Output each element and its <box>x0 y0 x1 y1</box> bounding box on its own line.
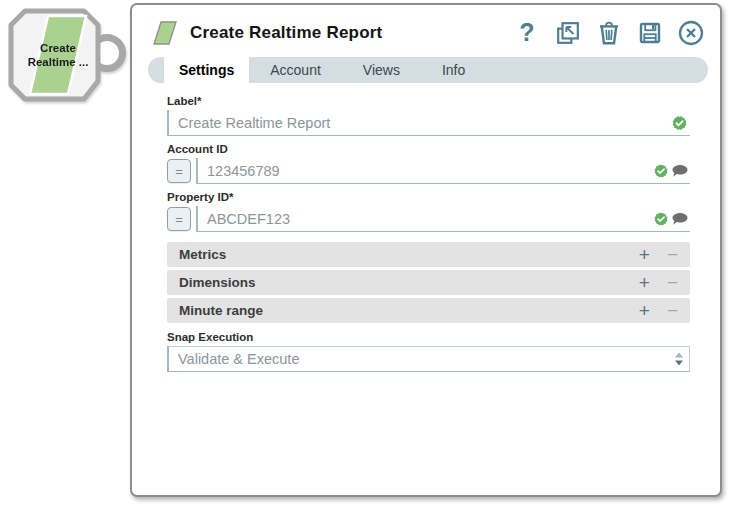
label-field-input[interactable] <box>167 110 690 136</box>
tab-account[interactable]: Account <box>249 57 342 83</box>
delete-icon[interactable] <box>596 20 622 46</box>
label-field-label: Label* <box>167 95 690 107</box>
section-label: Minute range <box>179 303 263 318</box>
snap-execution-value: Validate & Execute <box>178 351 299 367</box>
section-label: Dimensions <box>179 275 256 290</box>
section-dimensions[interactable]: Dimensions + − <box>167 270 690 295</box>
expression-toggle-button[interactable]: = <box>167 159 191 183</box>
help-icon[interactable]: ? <box>514 20 540 46</box>
account-id-field: Account ID = <box>167 143 690 184</box>
section-label: Metrics <box>179 247 226 262</box>
snap-node[interactable]: Create Realtime ... <box>5 7 129 105</box>
property-id-field: Property ID* = <box>167 191 690 232</box>
select-spinner-icon <box>675 353 683 366</box>
tab-info[interactable]: Info <box>421 57 486 83</box>
snap-execution-label: Snap Execution <box>167 331 690 343</box>
settings-form: Label* <box>132 83 720 372</box>
snap-node-label-line2: Realtime ... <box>28 56 89 68</box>
account-id-input[interactable] <box>196 158 690 184</box>
tab-settings[interactable]: Settings <box>164 57 249 83</box>
export-icon[interactable] <box>555 20 581 46</box>
save-icon[interactable] <box>637 20 663 46</box>
remove-row-icon[interactable]: − <box>667 245 678 264</box>
dialog-header: Create Realtime Report ? <box>132 5 720 47</box>
snap-execution-field: Snap Execution Validate & Execute <box>167 331 690 372</box>
close-icon[interactable] <box>678 20 704 46</box>
snap-execution-select[interactable]: Validate & Execute <box>167 346 690 372</box>
snap-node-label-line1: Create <box>40 42 76 54</box>
add-row-icon[interactable]: + <box>639 273 650 292</box>
property-id-input[interactable] <box>196 206 690 232</box>
comment-icon[interactable] <box>672 164 688 178</box>
remove-row-icon[interactable]: − <box>667 273 678 292</box>
comment-icon[interactable] <box>672 212 688 226</box>
dialog-toolbar: ? <box>514 20 704 46</box>
dialog-title: Create Realtime Report <box>190 23 382 43</box>
section-minute-range[interactable]: Minute range + − <box>167 298 690 323</box>
section-metrics[interactable]: Metrics + − <box>167 242 690 267</box>
snap-type-icon <box>152 20 178 46</box>
tab-views[interactable]: Views <box>342 57 421 83</box>
property-id-field-label: Property ID* <box>167 191 690 203</box>
account-id-field-label: Account ID <box>167 143 690 155</box>
add-row-icon[interactable]: + <box>639 301 650 320</box>
add-row-icon[interactable]: + <box>639 245 650 264</box>
valid-badge-icon <box>653 163 669 179</box>
expression-toggle-button[interactable]: = <box>167 207 191 231</box>
valid-badge-icon <box>671 115 688 132</box>
snap-settings-dialog: Create Realtime Report ? <box>130 3 722 497</box>
label-field: Label* <box>167 95 690 136</box>
tab-bar-cap <box>148 57 164 83</box>
accordion-sections: Metrics + − Dimensions + − Minute range <box>167 242 690 323</box>
pipeline-canvas: Create Realtime ... Create Realtime Repo… <box>0 0 733 507</box>
valid-badge-icon <box>653 211 669 227</box>
remove-row-icon[interactable]: − <box>667 301 678 320</box>
tab-bar: Settings Account Views Info <box>148 57 708 83</box>
